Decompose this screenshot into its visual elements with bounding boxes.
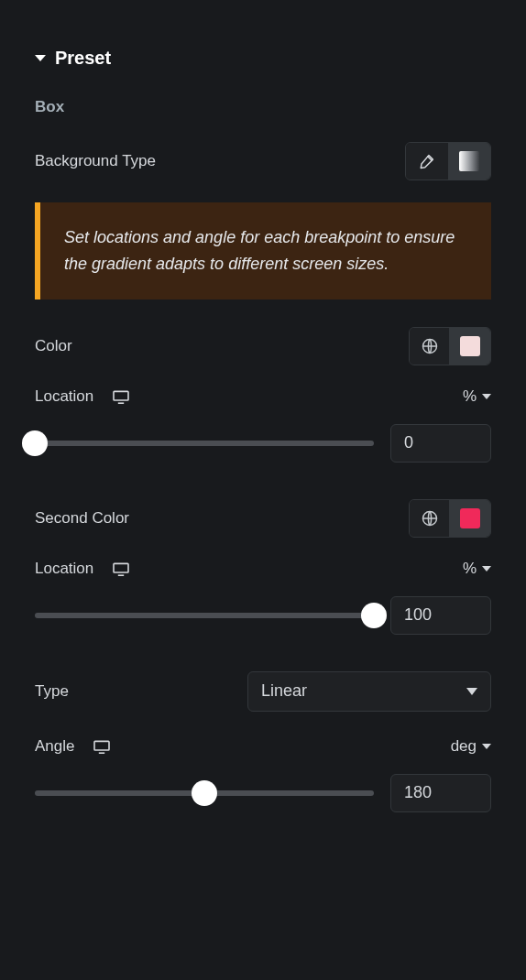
- responsive-icon[interactable]: [93, 739, 111, 754]
- preset-panel: Preset Box Background Type Set locations…: [0, 0, 526, 812]
- gradient-icon: [459, 151, 479, 171]
- chevron-down-icon: [466, 688, 477, 695]
- angle-unit-select[interactable]: deg: [451, 737, 491, 756]
- second-color-location-label: Location: [35, 560, 93, 578]
- chevron-down-icon: [482, 566, 491, 572]
- unit-label: deg: [451, 737, 477, 756]
- second-color-swatch: [460, 508, 480, 528]
- globe-icon: [421, 337, 439, 355]
- angle-row: Angle deg: [35, 737, 491, 756]
- color-location-slider[interactable]: [35, 429, 374, 458]
- svg-rect-1: [114, 391, 128, 400]
- caret-down-icon: [35, 55, 46, 61]
- angle-slider[interactable]: [35, 779, 374, 808]
- second-color-location-slider-row: [35, 596, 491, 635]
- color-location-slider-row: [35, 424, 491, 463]
- global-color-button[interactable]: [410, 328, 450, 365]
- svg-rect-4: [94, 741, 109, 750]
- color-control: [409, 327, 491, 365]
- color-location-row: Location %: [35, 387, 491, 406]
- responsive-icon[interactable]: [112, 561, 130, 576]
- color-label: Color: [35, 337, 72, 355]
- second-color-location-input[interactable]: [390, 596, 491, 635]
- globe-icon: [421, 509, 439, 528]
- second-color-location-row: Location %: [35, 560, 491, 578]
- gradient-type-row: Type Linear: [35, 671, 491, 712]
- background-type-row: Background Type: [35, 142, 491, 180]
- second-color-location-unit-select[interactable]: %: [463, 560, 491, 578]
- second-color-label: Second Color: [35, 509, 129, 528]
- background-type-label: Background Type: [35, 152, 156, 170]
- background-type-toggle: [405, 142, 491, 180]
- angle-slider-row: [35, 774, 491, 812]
- unit-label: %: [463, 387, 477, 406]
- slider-thumb[interactable]: [22, 430, 48, 456]
- slider-track: [35, 613, 374, 618]
- second-color-location-slider[interactable]: [35, 601, 374, 630]
- responsive-icon[interactable]: [112, 389, 130, 404]
- section-title: Preset: [55, 48, 111, 69]
- angle-label: Angle: [35, 737, 74, 756]
- unit-label: %: [463, 560, 477, 578]
- color-location-input[interactable]: [390, 424, 491, 463]
- gradient-type-label: Type: [35, 682, 69, 701]
- slider-track: [35, 441, 374, 446]
- notice: Set locations and angle for each breakpo…: [35, 202, 491, 299]
- slider-thumb[interactable]: [192, 780, 217, 806]
- notice-text: Set locations and angle for each breakpo…: [40, 202, 491, 299]
- color-location-unit-select[interactable]: %: [463, 387, 491, 406]
- second-color-control: [409, 499, 491, 538]
- angle-input[interactable]: [390, 774, 491, 812]
- chevron-down-icon: [482, 744, 491, 749]
- second-color-row: Second Color: [35, 499, 491, 538]
- box-subsection-title: Box: [35, 98, 491, 116]
- color-swatch-button[interactable]: [450, 328, 490, 365]
- second-color-swatch-button[interactable]: [450, 500, 490, 537]
- slider-thumb[interactable]: [361, 603, 387, 628]
- color-row: Color: [35, 327, 491, 365]
- brush-icon: [419, 153, 435, 169]
- svg-rect-3: [114, 563, 128, 572]
- second-global-color-button[interactable]: [410, 500, 450, 537]
- color-location-label: Location: [35, 387, 93, 406]
- background-type-gradient-button[interactable]: [448, 143, 490, 180]
- background-type-classic-button[interactable]: [406, 143, 448, 180]
- chevron-down-icon: [482, 394, 491, 399]
- section-header[interactable]: Preset: [35, 48, 491, 69]
- gradient-type-value: Linear: [261, 681, 307, 701]
- gradient-type-select[interactable]: Linear: [247, 671, 491, 712]
- color-swatch: [460, 336, 480, 356]
